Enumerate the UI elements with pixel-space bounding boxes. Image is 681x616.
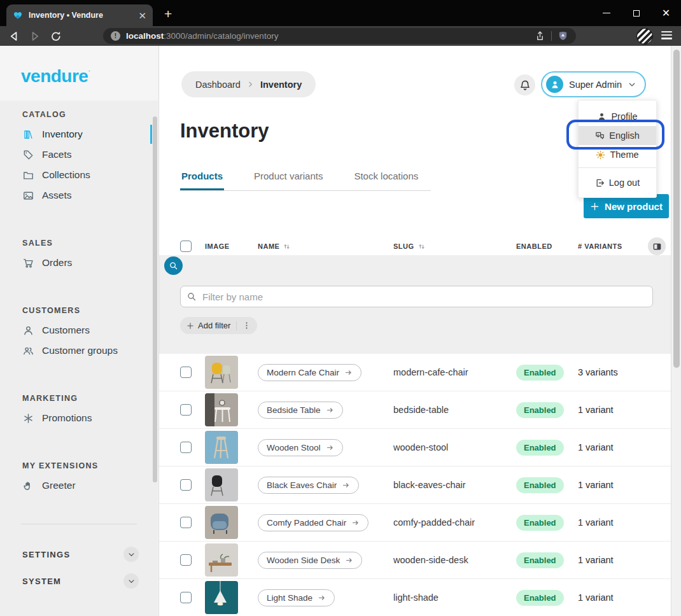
tab-product-variants[interactable]: Product variants	[253, 167, 324, 190]
reload-icon[interactable]	[50, 30, 62, 43]
menu-item-logout[interactable]: Log out	[579, 168, 656, 197]
row-checkbox[interactable]	[180, 442, 192, 453]
close-button[interactable]: ✕	[651, 0, 681, 26]
sidebar-scrollbar[interactable]	[153, 116, 157, 482]
browser-menu-icon[interactable]	[661, 31, 672, 39]
product-image[interactable]	[205, 393, 258, 426]
sidebar-item-facets[interactable]: Facets	[0, 144, 158, 165]
tab-products[interactable]: Products	[180, 167, 224, 190]
site-info-icon[interactable]: !	[111, 31, 120, 41]
sidebar-item-inventory[interactable]: Inventory	[0, 124, 158, 144]
status-badge: Enabled	[516, 515, 564, 531]
sort-icon[interactable]	[418, 242, 426, 251]
sidebar-item-orders[interactable]: Orders	[0, 253, 158, 273]
logout-icon	[595, 178, 605, 188]
sidebar-item-promotions[interactable]: Promotions	[0, 408, 158, 428]
add-filter-button[interactable]: Add filter	[180, 317, 257, 334]
search-toggle-button[interactable]	[164, 256, 183, 275]
row-checkbox[interactable]	[180, 554, 192, 566]
sidebar-nav: CATALOGInventoryFacetsCollectionsAssetsS…	[0, 101, 158, 616]
user-solid-icon	[597, 112, 607, 122]
status-badge: Enabled	[516, 365, 564, 381]
product-image[interactable]	[205, 506, 258, 539]
menu-item-language[interactable]: A English	[579, 126, 656, 145]
page-scrollbar-thumb[interactable]	[673, 50, 680, 368]
brave-shield-icon[interactable]	[558, 31, 568, 41]
menu-item-theme[interactable]: Theme	[579, 145, 656, 164]
browser-profile-avatar[interactable]	[636, 28, 653, 45]
row-checkbox[interactable]	[180, 479, 192, 491]
table-row: Wooden Stoolwooden-stoolEnabled1 variant	[159, 429, 671, 466]
sidebar-item-assets[interactable]: Assets	[0, 185, 158, 206]
menu-item-profile[interactable]: Profile	[579, 107, 656, 126]
product-image[interactable]	[205, 356, 258, 389]
sidebar-collapsed-sections: SETTINGSSYSTEM	[0, 541, 158, 594]
status-badge: Enabled	[516, 552, 564, 568]
product-image[interactable]	[205, 581, 258, 614]
product-name-link[interactable]: Light Shade	[258, 589, 335, 606]
product-name-link[interactable]: Modern Cafe Chair	[258, 364, 362, 381]
variant-count: 1 variant	[578, 442, 671, 452]
chevron-down-icon	[628, 80, 636, 89]
share-icon[interactable]	[535, 31, 545, 41]
new-tab-button[interactable]: +	[164, 6, 172, 22]
sidebar-item-customers[interactable]: Customers	[0, 320, 158, 340]
maximize-button[interactable]	[621, 0, 651, 26]
sidebar-section-settings[interactable]: SETTINGS	[0, 541, 158, 568]
arrow-right-icon	[342, 481, 350, 489]
select-all-checkbox[interactable]	[180, 241, 192, 252]
back-icon[interactable]	[8, 30, 20, 43]
image-icon	[23, 190, 34, 201]
url-bar[interactable]: ! localhost:3000/admin/catalog/inventory	[103, 28, 576, 44]
row-checkbox[interactable]	[180, 517, 192, 528]
product-slug: light-shade	[393, 592, 516, 603]
tab-close-icon[interactable]: ✕	[138, 11, 146, 20]
sidebar-item-collections[interactable]: Collections	[0, 165, 158, 185]
column-header-slug[interactable]: SLUG	[393, 242, 516, 251]
vendure-logo[interactable]: vendure˙	[21, 66, 90, 87]
arrow-right-icon	[351, 519, 360, 527]
tab-stock-locations[interactable]: Stock locations	[353, 167, 419, 190]
notifications-button[interactable]	[514, 74, 535, 95]
product-name-link[interactable]: Black Eaves Chair	[258, 477, 359, 494]
column-header-name[interactable]: NAME	[258, 242, 393, 251]
product-image[interactable]	[205, 468, 258, 501]
column-picker-button[interactable]	[648, 237, 666, 255]
chevron-down-icon[interactable]	[123, 547, 139, 562]
minimize-button[interactable]	[591, 0, 621, 26]
row-checkbox[interactable]	[180, 404, 192, 416]
product-name-link[interactable]: Wooden Side Desk	[258, 552, 362, 569]
product-name-link[interactable]: Comfy Padded Chair	[258, 514, 369, 531]
sidebar-divider	[21, 524, 137, 524]
svg-text:A: A	[598, 132, 600, 136]
section-label: MY EXTENSIONS	[22, 456, 158, 475]
sidebar-item-customer-groups[interactable]: Customer groups	[0, 340, 158, 361]
forward-icon[interactable]	[29, 30, 41, 43]
breadcrumb[interactable]: Dashboard Inventory	[181, 71, 316, 97]
section-label: CUSTOMERS	[22, 301, 158, 320]
product-name-link[interactable]: Bedside Table	[258, 402, 343, 419]
plus-icon	[186, 322, 194, 330]
users-icon	[23, 346, 34, 356]
tag-icon	[23, 150, 34, 160]
breadcrumb-root[interactable]: Dashboard	[195, 80, 241, 90]
filter-input[interactable]	[180, 286, 653, 307]
sidebar-item-greeter[interactable]: Greeter	[0, 475, 158, 496]
sidebar-section-system[interactable]: SYSTEM	[0, 568, 158, 594]
sort-icon[interactable]	[283, 242, 291, 251]
row-checkbox[interactable]	[180, 592, 192, 603]
search-icon	[169, 261, 178, 270]
section-label: CATALOG	[22, 105, 158, 124]
page-scrollbar[interactable]	[671, 46, 681, 616]
product-image[interactable]	[205, 543, 258, 577]
variant-count: 1 variant	[578, 480, 671, 490]
asterisk-icon	[23, 413, 34, 424]
row-checkbox[interactable]	[180, 367, 192, 378]
kebab-menu-icon[interactable]	[242, 321, 251, 330]
chevron-down-icon[interactable]	[123, 573, 139, 589]
browser-tab[interactable]: Inventory • Vendure ✕	[6, 4, 153, 26]
product-image[interactable]	[205, 431, 258, 464]
user-menu-button[interactable]: Super Admin	[541, 71, 646, 97]
product-name-link[interactable]: Wooden Stool	[258, 439, 343, 456]
arrow-right-icon	[326, 444, 334, 452]
